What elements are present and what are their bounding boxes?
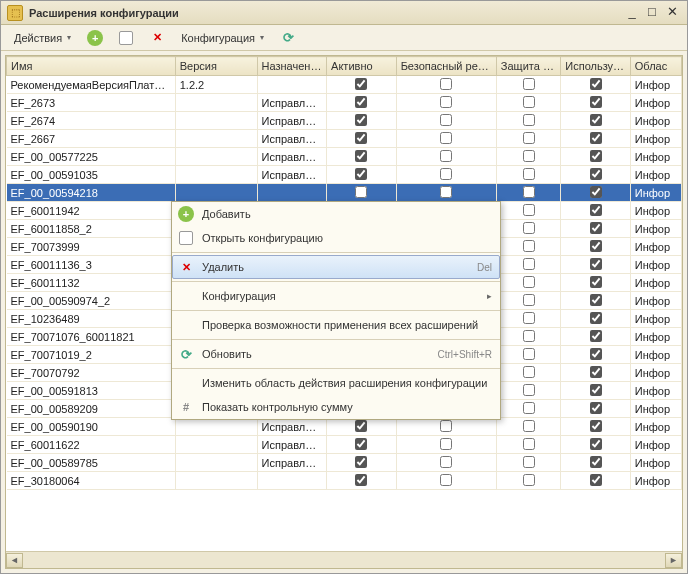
checkbox[interactable] [355,168,367,180]
ctx-refresh[interactable]: ⟳ Обновить Ctrl+Shift+R [172,342,500,366]
checkbox[interactable] [440,132,452,144]
checkbox[interactable] [590,402,602,414]
checkbox[interactable] [355,420,367,432]
checkbox[interactable] [590,204,602,216]
checkbox[interactable] [523,168,535,180]
table-row[interactable]: EF_00_00589785Исправлен...Инфор [7,454,682,472]
checkbox[interactable] [523,78,535,90]
ctx-scope[interactable]: Изменить область действия расширения кон… [172,371,500,395]
checkbox[interactable] [355,456,367,468]
ctx-config[interactable]: Конфигурация [172,284,500,308]
maximize-button[interactable]: □ [643,5,661,21]
checkbox[interactable] [355,114,367,126]
refresh-button[interactable]: ⟳ [273,27,303,49]
checkbox[interactable] [523,438,535,450]
checkbox[interactable] [440,456,452,468]
checkbox[interactable] [355,438,367,450]
checkbox[interactable] [590,294,602,306]
table-row[interactable]: EF_2667Исправлен...Инфор [7,130,682,148]
ctx-add[interactable]: + Добавить [172,202,500,226]
checkbox[interactable] [523,420,535,432]
checkbox[interactable] [355,132,367,144]
checkbox[interactable] [440,186,452,198]
checkbox[interactable] [590,114,602,126]
checkbox[interactable] [355,78,367,90]
column-header[interactable]: Используе... [561,57,631,76]
column-header[interactable]: Назначение [257,57,327,76]
checkbox[interactable] [523,186,535,198]
column-header[interactable]: Активно [327,57,397,76]
checkbox[interactable] [523,330,535,342]
checkbox[interactable] [523,384,535,396]
table-row[interactable]: EF_00_00594218Инфор [7,184,682,202]
column-header[interactable]: Облас [630,57,681,76]
checkbox[interactable] [523,474,535,486]
checkbox[interactable] [523,114,535,126]
checkbox[interactable] [440,96,452,108]
scroll-left-button[interactable]: ◄ [6,553,23,568]
table-row[interactable]: EF_60011622Исправлен...Инфор [7,436,682,454]
checkbox[interactable] [590,420,602,432]
checkbox[interactable] [523,348,535,360]
checkbox[interactable] [590,222,602,234]
minimize-button[interactable]: _ [623,5,641,21]
checkbox[interactable] [523,366,535,378]
checkbox[interactable] [590,330,602,342]
open-button[interactable] [112,28,140,48]
checkbox[interactable] [590,168,602,180]
table-row[interactable]: EF_2673Исправлен...Инфор [7,94,682,112]
checkbox[interactable] [440,438,452,450]
checkbox[interactable] [590,132,602,144]
checkbox[interactable] [590,96,602,108]
ctx-check[interactable]: Проверка возможности применения всех рас… [172,313,500,337]
checkbox[interactable] [523,204,535,216]
column-header[interactable]: Версия [175,57,257,76]
checkbox[interactable] [440,420,452,432]
checkbox[interactable] [440,78,452,90]
checkbox[interactable] [590,240,602,252]
checkbox[interactable] [523,222,535,234]
checkbox[interactable] [523,456,535,468]
horizontal-scrollbar[interactable]: ◄ ► [6,551,682,568]
checkbox[interactable] [590,474,602,486]
checkbox[interactable] [523,258,535,270]
table-row[interactable]: EF_00_00591035Исправлен...Инфор [7,166,682,184]
checkbox[interactable] [523,132,535,144]
checkbox[interactable] [355,150,367,162]
checkbox[interactable] [355,474,367,486]
column-header[interactable]: Безопасный реж... [396,57,496,76]
close-button[interactable]: ✕ [663,5,681,21]
checkbox[interactable] [590,78,602,90]
checkbox[interactable] [590,456,602,468]
checkbox[interactable] [440,150,452,162]
checkbox[interactable] [440,474,452,486]
actions-menu[interactable]: Действия [7,29,78,47]
checkbox[interactable] [590,348,602,360]
checkbox[interactable] [590,384,602,396]
ctx-delete[interactable]: ✕ Удалить Del [172,255,500,279]
checkbox[interactable] [523,240,535,252]
table-row[interactable]: РекомендуемаяВерсияПлатфо...1.2.2Инфор [7,76,682,94]
checkbox[interactable] [590,276,602,288]
checkbox[interactable] [440,168,452,180]
table-row[interactable]: EF_00_00577225Исправлен...Инфор [7,148,682,166]
checkbox[interactable] [523,276,535,288]
delete-button[interactable]: ✕ [142,27,172,49]
scroll-right-button[interactable]: ► [665,553,682,568]
checkbox[interactable] [590,312,602,324]
table-row[interactable]: EF_00_00590190Исправлен...Инфор [7,418,682,436]
table-row[interactable]: EF_30180064Инфор [7,472,682,490]
table-row[interactable]: EF_2674Исправлен...Инфор [7,112,682,130]
add-button[interactable]: + [80,27,110,49]
column-header[interactable]: Защита от ... [496,57,560,76]
checkbox[interactable] [523,402,535,414]
checkbox[interactable] [523,312,535,324]
config-menu[interactable]: Конфигурация [174,29,271,47]
checkbox[interactable] [590,258,602,270]
ctx-open[interactable]: Открыть конфигурацию [172,226,500,250]
checkbox[interactable] [590,366,602,378]
checkbox[interactable] [590,438,602,450]
checkbox[interactable] [355,186,367,198]
checkbox[interactable] [523,96,535,108]
column-header[interactable]: Имя [7,57,176,76]
